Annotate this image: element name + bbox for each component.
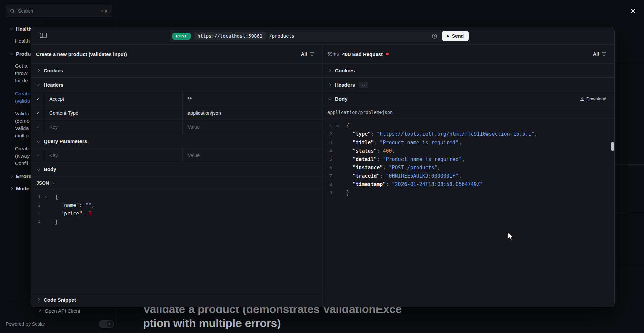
download-label: Download — [586, 96, 606, 101]
chevron-down-icon — [327, 97, 332, 101]
code-content: "title": "Product name is required", — [346, 140, 462, 146]
request-query-section[interactable]: Query Parameters — [31, 134, 322, 148]
response-body-left: Body — [327, 96, 348, 102]
download-button[interactable]: Download — [580, 96, 606, 101]
row-key-input[interactable]: Key — [45, 120, 182, 134]
code-content: "traceId": "0HNIREE5AU1KJ:0000001F", — [346, 173, 462, 179]
scrollbar-thumb[interactable] — [611, 142, 614, 151]
line-number: 6 — [326, 165, 332, 170]
request-panel-header: Create a new product (validates input) A… — [31, 45, 322, 63]
row-enabled-checkbox[interactable]: ✓ — [31, 106, 45, 120]
response-headers-section[interactable]: Headers 6 — [323, 77, 614, 92]
request-headers-section[interactable]: Headers — [31, 77, 322, 92]
request-path[interactable]: /products — [269, 33, 294, 39]
code-snippet-label: Code Snippet — [44, 297, 76, 303]
code-line: 3 "price": 1 — [31, 209, 322, 218]
code-line: 8 "timestamp": "2026-01-24T18:08:58.0564… — [323, 180, 614, 188]
search-input[interactable]: Search ^ K — [6, 5, 112, 17]
toggle-knob: ☾ — [107, 321, 113, 327]
response-filter-label: All — [593, 51, 599, 57]
code-line: 1{ — [323, 121, 614, 130]
code-content: "type": "https://tools.ietf.org/html/rfc… — [346, 131, 537, 137]
request-filter-button[interactable]: All — [301, 51, 314, 57]
line-number: 2 — [35, 203, 41, 208]
method-badge[interactable]: POST — [172, 33, 191, 40]
sidebar-toggle-button[interactable] — [39, 32, 47, 39]
row-value-input[interactable]: Value — [182, 120, 322, 134]
history-button[interactable] — [430, 33, 439, 39]
line-number: 4 — [35, 219, 41, 224]
background-section-border — [615, 214, 644, 214]
send-label: Send — [452, 33, 464, 39]
response-headers-label: Headers — [335, 82, 355, 88]
line-number: 8 — [326, 182, 332, 187]
row-enabled-checkbox[interactable]: ✓ — [31, 92, 45, 106]
code-content: "timestamp": "2026-01-24T18:08:58.056474… — [346, 181, 483, 187]
request-headers-table: ✓Accept*/*✓Content-Typeapplication/json✓… — [31, 92, 322, 134]
chevron-right-icon — [9, 186, 13, 191]
code-line: 1{ — [31, 192, 322, 201]
code-line: 2 "name": "", — [31, 201, 322, 209]
line-number: 9 — [326, 190, 332, 195]
body-format-value: JSON — [36, 180, 49, 186]
response-cookies-label: Cookies — [335, 68, 355, 73]
sidebar-group-label: Health — [16, 26, 32, 32]
client-topbar: POST https://localhost:59861 /products ▶… — [31, 27, 614, 45]
background-section-border — [615, 62, 644, 62]
base-url[interactable]: https://localhost:59861 — [194, 32, 266, 40]
row-value-input[interactable]: Value — [182, 148, 322, 162]
code-line: 3 "title": "Product name is required", — [323, 138, 614, 147]
history-clock-icon — [432, 33, 437, 39]
header-row: ✓KeyValue — [31, 120, 322, 134]
chevron-down-icon — [36, 139, 40, 144]
chevron-right-icon — [327, 68, 332, 73]
close-modal-button[interactable] — [628, 6, 638, 16]
code-content: "instance": "POST /products", — [346, 165, 440, 171]
row-enabled-checkbox[interactable]: ✓ — [31, 120, 45, 134]
code-content: } — [346, 190, 350, 196]
sidebar-group-label: Errors — [16, 173, 31, 179]
response-panel-header: 59ms 400 Bad Request All — [323, 45, 614, 63]
chevron-right-icon — [327, 82, 332, 87]
request-body-editor[interactable]: 1{2 "name": "",3 "price": 14} — [31, 190, 322, 228]
fold-gutter — [41, 195, 52, 199]
response-cookies-section[interactable]: Cookies — [323, 63, 614, 77]
external-link-icon: ↗ — [38, 308, 42, 313]
powered-by-scalar-link[interactable]: Powered by Scalar — [6, 321, 45, 327]
chevron-down-icon — [36, 167, 40, 172]
row-value-input[interactable]: application/json — [182, 106, 322, 120]
response-duration: 59ms — [327, 51, 339, 57]
query-param-row: ✓KeyValue — [31, 148, 322, 162]
request-filter-label: All — [301, 51, 307, 57]
search-shortcut: ^ K — [101, 9, 108, 14]
chevron-down-icon — [9, 51, 13, 56]
chevron-right-icon — [9, 174, 13, 178]
code-content: "price": 1 — [55, 211, 91, 217]
close-icon — [630, 8, 636, 14]
body-format-select[interactable]: JSON — [31, 176, 322, 190]
request-cookies-section[interactable]: Cookies — [31, 63, 322, 77]
row-key-input[interactable]: Content-Type — [45, 106, 182, 120]
response-content-type: application/problem+json — [323, 106, 614, 119]
dark-mode-toggle[interactable]: ☾ — [99, 320, 114, 328]
sidebar-toggle-icon — [40, 32, 47, 38]
code-line: 4 "status": 400, — [323, 147, 614, 155]
filter-icon — [602, 52, 606, 56]
sidebar-group-label: Produ — [16, 51, 31, 57]
response-filter-button[interactable]: All — [593, 51, 606, 57]
heading-line-2: ption with multiple errors) — [143, 316, 402, 330]
request-body-section[interactable]: Body — [31, 162, 322, 176]
row-enabled-checkbox[interactable]: ✓ — [31, 148, 45, 162]
code-content: { — [55, 194, 58, 200]
play-icon: ▶ — [447, 34, 450, 38]
row-key-input[interactable]: Key — [45, 148, 182, 162]
chevron-down-icon — [9, 26, 13, 31]
code-content: "name": "", — [55, 202, 94, 208]
response-body-section[interactable]: Body Download — [323, 92, 614, 106]
send-button[interactable]: ▶ Send — [442, 31, 469, 41]
row-key-input[interactable]: Accept — [45, 92, 182, 106]
fold-chevron-icon[interactable] — [45, 195, 48, 199]
row-value-input[interactable]: */* — [182, 92, 322, 106]
fold-chevron-icon[interactable] — [336, 124, 340, 127]
code-snippet-section[interactable]: Code Snippet — [31, 293, 322, 307]
